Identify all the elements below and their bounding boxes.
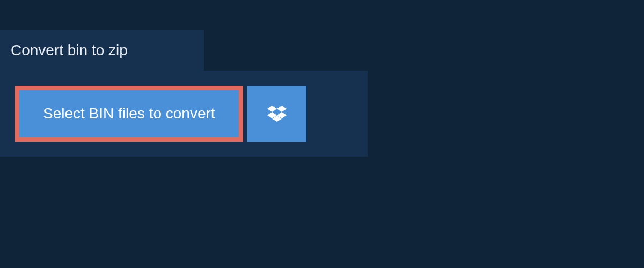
dropbox-button[interactable]	[247, 86, 306, 142]
select-files-button-label: Select BIN files to convert	[43, 105, 215, 122]
dropbox-icon	[267, 104, 287, 123]
select-files-button[interactable]: Select BIN files to convert	[19, 90, 239, 137]
page-title-tab: Convert bin to zip	[0, 30, 204, 71]
page-title: Convert bin to zip	[11, 42, 128, 58]
select-button-highlight: Select BIN files to convert	[15, 86, 243, 142]
upload-panel: Select BIN files to convert	[0, 71, 368, 157]
